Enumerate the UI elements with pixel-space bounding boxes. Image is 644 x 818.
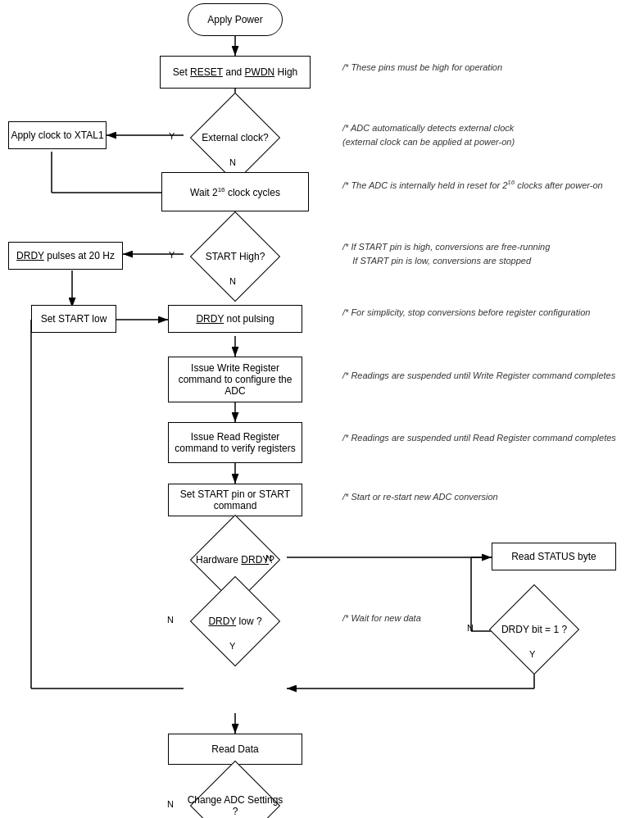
set-reset-node: Set RESET and PWDN High [160,56,311,89]
drdy-not-pulsing-label: DRDY not pulsing [196,313,274,325]
start-high-label: START High? [206,251,265,262]
read-status-node: Read STATUS byte [492,543,616,570]
apply-clock-label: Apply clock to XTAL1 [11,130,103,141]
hw-drdy-n-label: N [265,553,272,563]
set-start-low-node: Set START low [31,305,116,333]
ext-clock-n-label: N [229,157,236,167]
start-high-diamond: START High? Y N [184,234,287,279]
drdy-bit-label: DRDY bit = 1 ? [501,624,567,635]
set-reset-label: Set RESET and PWDN High [173,66,298,78]
change-adc-n-label: N [167,799,174,809]
drdy-low-y-label: Y [229,641,235,651]
drdy-not-pulsing-node: DRDY not pulsing [168,305,302,333]
start-high-n-label: N [229,276,236,286]
hardware-drdy-label: Hardware DRDY? [196,554,274,566]
comment-4: /* If START pin is high, conversions are… [342,240,629,267]
apply-power-node: Apply Power [188,3,283,36]
set-start-pin-node: Set START pin or START command [168,484,302,516]
comment-9: /* Wait for new data [342,613,506,623]
flowchart: Apply Power Set RESET and PWDN High /* T… [0,0,644,818]
read-data-label: Read Data [211,743,258,755]
wait-cycles-node: Wait 216 clock cycles [161,172,309,211]
drdy-low-diamond: DRDY low ? N Y [184,598,287,644]
drdy-pulses-label: DRDY pulses at 20 Hz [16,250,115,261]
read-register-label: Issue Read Register command to verify re… [169,431,302,454]
comment-2: /* ADC automatically detects external cl… [342,121,621,148]
ext-clock-y-label: Y [169,131,175,141]
set-start-pin-label: Set START pin or START command [169,489,302,511]
drdy-pulses-node: DRDY pulses at 20 Hz [8,242,123,270]
write-register-label: Issue Write Register command to configur… [169,362,302,397]
write-register-node: Issue Write Register command to configur… [168,357,302,402]
read-status-label: Read STATUS byte [511,551,596,562]
apply-clock-node: Apply clock to XTAL1 [8,121,107,149]
comment-6: /* Readings are suspended until Write Re… [342,370,629,380]
read-register-node: Issue Read Register command to verify re… [168,422,302,463]
drdy-bit-n-label: N [467,623,474,633]
comment-5: /* For simplicity, stop conversions befo… [342,307,629,317]
wait-cycles-label: Wait 216 clock cycles [190,186,280,198]
external-clock-diamond: External clock? Y N [184,115,287,160]
start-high-y-label: Y [169,250,175,260]
external-clock-label: External clock? [202,132,268,143]
change-adc-label: Change ADC Settings ? [184,794,287,817]
change-adc-diamond: Change ADC Settings ? N Y [184,783,287,818]
comment-7: /* Readings are suspended until Read Reg… [342,433,629,443]
set-start-low-label: Set START low [41,313,107,325]
apply-power-label: Apply Power [207,14,262,25]
drdy-low-n-label: N [167,615,174,625]
comment-3: /* The ADC is internally held in reset f… [342,179,629,190]
drdy-low-label: DRDY low ? [208,616,261,627]
comment-1: /* These pins must be high for operation [342,62,621,72]
drdy-bit-y-label: Y [529,649,535,659]
comment-8: /* Start or re-start new ADC conversion [342,492,629,502]
